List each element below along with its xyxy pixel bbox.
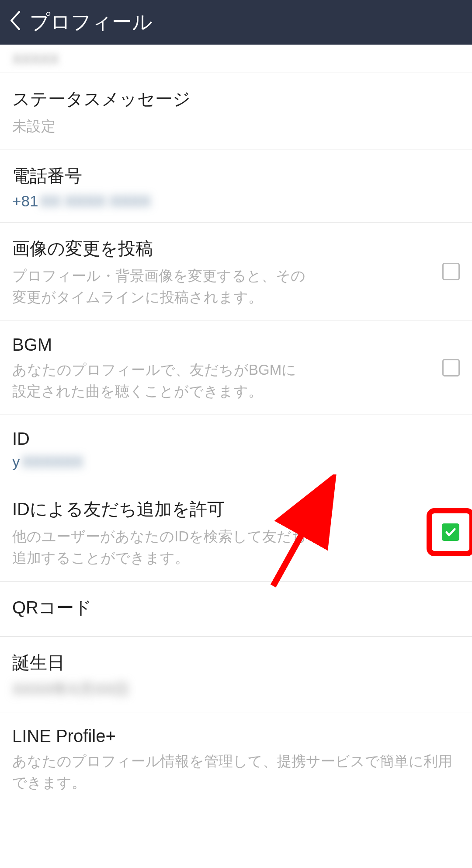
content-area: XXXXX ステータスメッセージ 未設定 電話番号 +81 XX XXXX XX… (0, 45, 472, 806)
phone-title: 電話番号 (12, 164, 460, 188)
row-image-post[interactable]: 画像の変更を投稿 プロフィール・背景画像を変更すると、その変更がタイムラインに投… (0, 223, 472, 321)
page-title: プロフィール (30, 9, 153, 36)
row-id-allow[interactable]: IDによる友だち追加を許可 他のユーザーがあなたのIDを検索して友だち追加するこ… (0, 483, 472, 582)
qr-title: QRコード (12, 596, 460, 620)
checkbox-checked-icon[interactable] (442, 523, 459, 541)
id-title: ID (12, 429, 460, 449)
row-profile-plus[interactable]: LINE Profile+ あなたのプロフィール情報を管理して、提携サービスで簡… (0, 712, 472, 806)
bgm-subtitle: あなたのプロフィールで、友だちがBGMに設定された曲を聴くことができます。 (12, 359, 309, 402)
profile-plus-title: LINE Profile+ (12, 726, 460, 746)
image-post-title: 画像の変更を投稿 (12, 237, 309, 261)
id-value: y (12, 453, 20, 470)
checkbox-unchecked-icon (442, 263, 460, 280)
status-title: ステータスメッセージ (12, 87, 460, 111)
image-post-checkbox-wrap[interactable] (442, 263, 460, 280)
image-post-subtitle: プロフィール・背景画像を変更すると、その変更がタイムラインに投稿されます。 (12, 265, 309, 308)
bgm-title: BGM (12, 335, 309, 355)
back-icon[interactable] (9, 10, 21, 35)
row-id[interactable]: ID y XXXXXX (0, 415, 472, 483)
phone-value: +81 (12, 192, 38, 209)
id-allow-title: IDによる友だち追加を許可 (12, 497, 309, 521)
row-qr[interactable]: QRコード チェックする (0, 582, 472, 637)
bgm-checkbox-wrap[interactable] (442, 359, 460, 376)
row-name-blurred[interactable]: XXXXX (0, 45, 472, 73)
profile-plus-subtitle: あなたのプロフィール情報を管理して、提携サービスで簡単に利用できます。 (12, 750, 460, 794)
blurred-text: XXXXX (12, 51, 460, 67)
row-bgm[interactable]: BGM あなたのプロフィールで、友だちがBGMに設定された曲を聴くことができます… (0, 321, 472, 415)
birthday-title: 誕生日 (12, 651, 460, 675)
birthday-blurred: XXXX年X月XX日 (12, 679, 460, 700)
phone-blurred: XX XXXX XXXX (40, 192, 151, 209)
row-phone[interactable]: 電話番号 +81 XX XXXX XXXX (0, 150, 472, 223)
status-value: 未設定 (12, 115, 460, 137)
id-allow-subtitle: 他のユーザーがあなたのIDを検索して友だち追加することができます。 (12, 526, 309, 569)
id-blurred: XXXXXX (22, 453, 83, 470)
checkbox-unchecked-icon (442, 359, 460, 376)
annotation-highlight-box (427, 508, 472, 556)
row-status-message[interactable]: ステータスメッセージ 未設定 (0, 73, 472, 150)
row-birthday[interactable]: 誕生日 XXXX年X月XX日 (0, 637, 472, 712)
header-bar: プロフィール (0, 0, 472, 45)
